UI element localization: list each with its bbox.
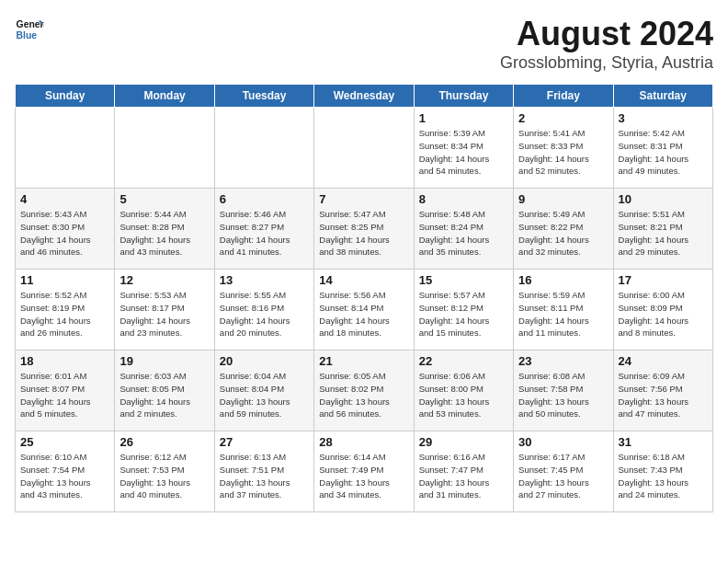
weekday-header-wednesday: Wednesday — [314, 85, 414, 108]
calendar-cell: 25Sunrise: 6:10 AM Sunset: 7:54 PM Dayli… — [16, 431, 115, 512]
weekday-header-thursday: Thursday — [414, 85, 513, 108]
day-number: 18 — [20, 354, 109, 368]
cell-info: Sunrise: 5:48 AM Sunset: 8:24 PM Dayligh… — [419, 208, 508, 259]
cell-info: Sunrise: 6:05 AM Sunset: 8:02 PM Dayligh… — [319, 370, 408, 420]
day-number: 27 — [220, 435, 309, 449]
day-number: 30 — [518, 435, 608, 449]
cell-info: Sunrise: 6:14 AM Sunset: 7:49 PM Dayligh… — [319, 451, 408, 501]
calendar-cell — [115, 108, 214, 189]
cell-info: Sunrise: 6:00 AM Sunset: 8:09 PM Dayligh… — [619, 289, 708, 339]
calendar-cell: 28Sunrise: 6:14 AM Sunset: 7:49 PM Dayli… — [314, 431, 414, 512]
day-number: 1 — [419, 111, 508, 125]
day-number: 16 — [518, 273, 608, 287]
day-number: 20 — [220, 354, 309, 368]
calendar-cell: 3Sunrise: 5:42 AM Sunset: 8:31 PM Daylig… — [613, 108, 712, 189]
day-number: 10 — [619, 192, 708, 206]
cell-info: Sunrise: 5:46 AM Sunset: 8:27 PM Dayligh… — [220, 208, 309, 259]
weekday-header-sunday: Sunday — [16, 85, 115, 108]
cell-info: Sunrise: 5:59 AM Sunset: 8:11 PM Dayligh… — [518, 289, 608, 339]
day-number: 29 — [419, 435, 508, 449]
cell-info: Sunrise: 5:57 AM Sunset: 8:12 PM Dayligh… — [419, 289, 508, 339]
day-number: 11 — [20, 273, 109, 287]
cell-info: Sunrise: 5:56 AM Sunset: 8:14 PM Dayligh… — [319, 289, 408, 339]
cell-info: Sunrise: 5:47 AM Sunset: 8:25 PM Dayligh… — [319, 208, 408, 259]
day-number: 6 — [220, 192, 309, 206]
day-number: 22 — [419, 354, 508, 368]
day-number: 13 — [220, 273, 309, 287]
cell-info: Sunrise: 5:55 AM Sunset: 8:16 PM Dayligh… — [220, 289, 309, 339]
calendar-cell: 29Sunrise: 6:16 AM Sunset: 7:47 PM Dayli… — [414, 431, 513, 512]
calendar-cell: 14Sunrise: 5:56 AM Sunset: 8:14 PM Dayli… — [314, 270, 414, 350]
calendar-subtitle: Grosslobming, Styria, Austria — [500, 53, 713, 73]
svg-text:Blue: Blue — [17, 30, 38, 40]
cell-info: Sunrise: 6:18 AM Sunset: 7:43 PM Dayligh… — [619, 451, 708, 501]
cell-info: Sunrise: 6:06 AM Sunset: 8:00 PM Dayligh… — [419, 370, 508, 420]
cell-info: Sunrise: 6:09 AM Sunset: 7:56 PM Dayligh… — [619, 370, 708, 420]
weekday-header-saturday: Saturday — [613, 85, 712, 108]
cell-info: Sunrise: 5:42 AM Sunset: 8:31 PM Dayligh… — [619, 127, 708, 178]
calendar-cell: 4Sunrise: 5:43 AM Sunset: 8:30 PM Daylig… — [16, 189, 115, 270]
cell-info: Sunrise: 6:13 AM Sunset: 7:51 PM Dayligh… — [220, 451, 309, 501]
day-number: 19 — [119, 354, 209, 368]
calendar-cell: 8Sunrise: 5:48 AM Sunset: 8:24 PM Daylig… — [414, 189, 513, 270]
header: General Blue August 2024 Grosslobming, S… — [15, 15, 713, 73]
cell-info: Sunrise: 5:41 AM Sunset: 8:33 PM Dayligh… — [518, 127, 608, 178]
day-number: 21 — [319, 354, 408, 368]
day-number: 24 — [619, 354, 708, 368]
calendar-cell — [314, 108, 414, 189]
day-number: 5 — [119, 192, 209, 206]
calendar-cell: 6Sunrise: 5:46 AM Sunset: 8:27 PM Daylig… — [214, 189, 313, 270]
day-number: 14 — [319, 273, 408, 287]
calendar-cell: 17Sunrise: 6:00 AM Sunset: 8:09 PM Dayli… — [613, 270, 712, 350]
calendar-cell — [214, 108, 313, 189]
day-number: 17 — [619, 273, 708, 287]
cell-info: Sunrise: 5:53 AM Sunset: 8:17 PM Dayligh… — [119, 289, 209, 339]
cell-info: Sunrise: 5:51 AM Sunset: 8:21 PM Dayligh… — [619, 208, 708, 259]
cell-info: Sunrise: 6:03 AM Sunset: 8:05 PM Dayligh… — [119, 370, 209, 420]
cell-info: Sunrise: 5:44 AM Sunset: 8:28 PM Dayligh… — [119, 208, 209, 259]
calendar-cell: 19Sunrise: 6:03 AM Sunset: 8:05 PM Dayli… — [115, 350, 214, 431]
calendar-cell: 20Sunrise: 6:04 AM Sunset: 8:04 PM Dayli… — [214, 350, 313, 431]
calendar-cell: 21Sunrise: 6:05 AM Sunset: 8:02 PM Dayli… — [314, 350, 414, 431]
calendar-cell: 26Sunrise: 6:12 AM Sunset: 7:53 PM Dayli… — [115, 431, 214, 512]
day-number: 15 — [419, 273, 508, 287]
calendar-cell: 13Sunrise: 5:55 AM Sunset: 8:16 PM Dayli… — [214, 270, 313, 350]
weekday-header-tuesday: Tuesday — [214, 85, 313, 108]
calendar-cell: 15Sunrise: 5:57 AM Sunset: 8:12 PM Dayli… — [414, 270, 513, 350]
calendar-cell: 24Sunrise: 6:09 AM Sunset: 7:56 PM Dayli… — [613, 350, 712, 431]
calendar-cell: 22Sunrise: 6:06 AM Sunset: 8:00 PM Dayli… — [414, 350, 513, 431]
logo: General Blue — [15, 15, 44, 44]
calendar-cell: 9Sunrise: 5:49 AM Sunset: 8:22 PM Daylig… — [514, 189, 613, 270]
cell-info: Sunrise: 6:01 AM Sunset: 8:07 PM Dayligh… — [20, 370, 109, 420]
weekday-header-friday: Friday — [514, 85, 613, 108]
cell-info: Sunrise: 6:04 AM Sunset: 8:04 PM Dayligh… — [220, 370, 309, 420]
day-number: 2 — [518, 111, 608, 125]
cell-info: Sunrise: 6:12 AM Sunset: 7:53 PM Dayligh… — [119, 451, 209, 501]
cell-info: Sunrise: 6:17 AM Sunset: 7:45 PM Dayligh… — [518, 451, 608, 501]
cell-info: Sunrise: 5:49 AM Sunset: 8:22 PM Dayligh… — [518, 208, 608, 259]
day-number: 9 — [518, 192, 608, 206]
day-number: 23 — [518, 354, 608, 368]
cell-info: Sunrise: 6:08 AM Sunset: 7:58 PM Dayligh… — [518, 370, 608, 420]
day-number: 31 — [619, 435, 708, 449]
calendar-cell: 1Sunrise: 5:39 AM Sunset: 8:34 PM Daylig… — [414, 108, 513, 189]
calendar-cell: 16Sunrise: 5:59 AM Sunset: 8:11 PM Dayli… — [514, 270, 613, 350]
title-area: August 2024 Grosslobming, Styria, Austri… — [500, 15, 713, 73]
day-number: 3 — [619, 111, 708, 125]
cell-info: Sunrise: 6:16 AM Sunset: 7:47 PM Dayligh… — [419, 451, 508, 501]
calendar-title: August 2024 — [500, 15, 713, 53]
day-number: 8 — [419, 192, 508, 206]
cell-info: Sunrise: 5:43 AM Sunset: 8:30 PM Dayligh… — [20, 208, 109, 259]
calendar-table: SundayMondayTuesdayWednesdayThursdayFrid… — [15, 84, 713, 512]
calendar-cell: 11Sunrise: 5:52 AM Sunset: 8:19 PM Dayli… — [16, 270, 115, 350]
calendar-cell: 31Sunrise: 6:18 AM Sunset: 7:43 PM Dayli… — [613, 431, 712, 512]
cell-info: Sunrise: 5:39 AM Sunset: 8:34 PM Dayligh… — [419, 127, 508, 178]
cell-info: Sunrise: 6:10 AM Sunset: 7:54 PM Dayligh… — [20, 451, 109, 501]
day-number: 12 — [119, 273, 209, 287]
logo-icon: General Blue — [15, 15, 44, 44]
calendar-cell: 27Sunrise: 6:13 AM Sunset: 7:51 PM Dayli… — [214, 431, 313, 512]
calendar-cell: 2Sunrise: 5:41 AM Sunset: 8:33 PM Daylig… — [514, 108, 613, 189]
calendar-cell: 12Sunrise: 5:53 AM Sunset: 8:17 PM Dayli… — [115, 270, 214, 350]
day-number: 25 — [20, 435, 109, 449]
calendar-cell: 18Sunrise: 6:01 AM Sunset: 8:07 PM Dayli… — [16, 350, 115, 431]
